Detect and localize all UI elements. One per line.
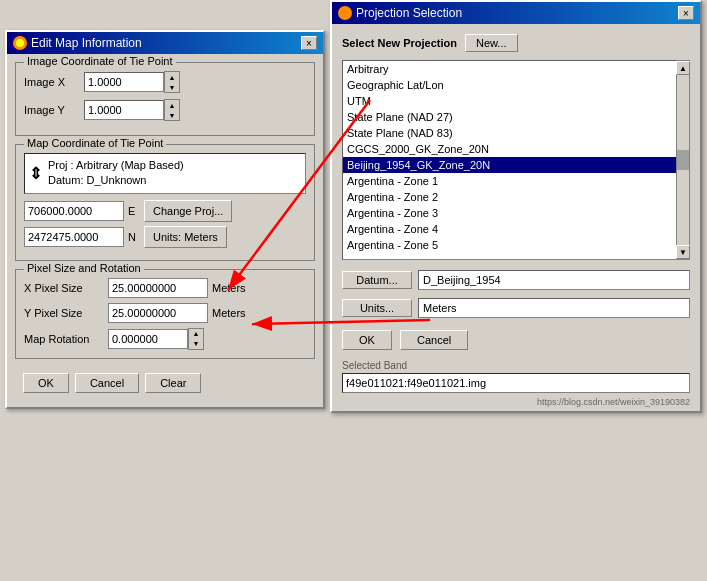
- edit-cancel-button[interactable]: Cancel: [75, 373, 139, 393]
- proj-listbox-scrollbar[interactable]: ▲ ▼: [676, 60, 690, 260]
- rotation-label: Map Rotation: [24, 333, 104, 345]
- proj-item-arg3[interactable]: Argentina - Zone 3: [343, 205, 676, 221]
- pixel-size-label: Pixel Size and Rotation: [24, 262, 144, 274]
- proj-dialog-footer: OK Cancel: [342, 326, 690, 350]
- datum-row: Datum...: [342, 270, 690, 290]
- x-pixel-unit: Meters: [212, 282, 246, 294]
- proj-listbox[interactable]: Arbitrary Geographic Lat/Lon UTM State P…: [342, 60, 676, 260]
- proj-item-arg1[interactable]: Argentina - Zone 1: [343, 173, 676, 189]
- image-x-row: Image X ▲ ▼: [24, 71, 306, 93]
- proj-top-row: Select New Projection New...: [342, 34, 690, 52]
- rotation-spinbtns: ▲ ▼: [188, 328, 204, 350]
- y-pixel-input[interactable]: [108, 303, 208, 323]
- updown-icon[interactable]: ⇕: [29, 164, 42, 183]
- proj-item-cgcs[interactable]: CGCS_2000_GK_Zone_20N: [343, 141, 676, 157]
- map-coord-label: Map Coordinate of Tie Point: [24, 137, 166, 149]
- proj-close-button[interactable]: ×: [678, 6, 694, 20]
- proj-text-1: Proj : Arbitrary (Map Based): [48, 158, 184, 173]
- y-pixel-label: Y Pixel Size: [24, 307, 104, 319]
- image-y-label: Image Y: [24, 104, 84, 116]
- y-pixel-unit: Meters: [212, 307, 246, 319]
- edit-map-dialog: Edit Map Information × Image Coordinate …: [5, 30, 325, 409]
- proj-cancel-button[interactable]: Cancel: [400, 330, 468, 350]
- proj-item-arg4[interactable]: Argentina - Zone 4: [343, 221, 676, 237]
- image-y-up[interactable]: ▲: [165, 100, 179, 110]
- image-y-spinbtns: ▲ ▼: [164, 99, 180, 121]
- file-path-input[interactable]: [342, 373, 690, 393]
- proj-ok-button[interactable]: OK: [342, 330, 392, 350]
- proj-item-utm[interactable]: UTM: [343, 93, 676, 109]
- proj-dialog-body: Select New Projection New... Arbitrary G…: [332, 24, 700, 360]
- edit-title-left: Edit Map Information: [13, 36, 142, 50]
- x-pixel-input[interactable]: [108, 278, 208, 298]
- northing-row: N Units: Meters: [24, 226, 306, 248]
- proj-select-label: Select New Projection: [342, 37, 457, 49]
- units-meters-button[interactable]: Units: Meters: [144, 226, 227, 248]
- proj-title-icon: [338, 6, 352, 20]
- edit-dialog-body: Image Coordinate of Tie Point Image X ▲ …: [7, 54, 323, 407]
- proj-item-beijing[interactable]: Beijing_1954_GK_Zone_20N: [343, 157, 676, 173]
- easting-input[interactable]: [24, 201, 124, 221]
- image-x-spin-group: ▲ ▼: [84, 71, 180, 93]
- rotation-down[interactable]: ▼: [189, 339, 203, 349]
- proj-item-state-plane-nad27[interactable]: State Plane (NAD 27): [343, 109, 676, 125]
- proj-dialog-title: Projection Selection: [356, 6, 462, 20]
- pixel-size-group: Pixel Size and Rotation X Pixel Size Met…: [15, 269, 315, 359]
- map-coord-text: Proj : Arbitrary (Map Based) Datum: D_Un…: [48, 158, 184, 189]
- image-coord-group: Image Coordinate of Tie Point Image X ▲ …: [15, 62, 315, 136]
- units-input[interactable]: [418, 298, 690, 318]
- selected-band-label: Selected Band: [342, 360, 690, 371]
- edit-title-icon: [13, 36, 27, 50]
- proj-selection-dialog: Projection Selection × Select New Projec…: [330, 0, 702, 413]
- map-coord-group: Map Coordinate of Tie Point ⇕ Proj : Arb…: [15, 144, 315, 261]
- datum-button[interactable]: Datum...: [342, 271, 412, 289]
- y-pixel-row: Y Pixel Size Meters: [24, 303, 306, 323]
- easting-label: E: [128, 205, 140, 217]
- northing-input[interactable]: [24, 227, 124, 247]
- proj-item-arg2[interactable]: Argentina - Zone 2: [343, 189, 676, 205]
- x-pixel-row: X Pixel Size Meters: [24, 278, 306, 298]
- url-bar: https://blog.csdn.net/weixin_39190382: [332, 397, 700, 411]
- proj-dialog-titlebar: Projection Selection ×: [332, 2, 700, 24]
- easting-row: E Change Proj...: [24, 200, 306, 222]
- rotation-spin-group: ▲ ▼: [108, 328, 204, 350]
- map-coord-content: ⇕ Proj : Arbitrary (Map Based) Datum: D_…: [24, 153, 306, 194]
- rotation-up[interactable]: ▲: [189, 329, 203, 339]
- proj-new-button[interactable]: New...: [465, 34, 518, 52]
- image-x-label: Image X: [24, 76, 84, 88]
- image-x-up[interactable]: ▲: [165, 72, 179, 82]
- edit-clear-button[interactable]: Clear: [145, 373, 201, 393]
- edit-dialog-footer: OK Cancel Clear: [15, 367, 315, 399]
- image-x-down[interactable]: ▼: [165, 82, 179, 92]
- datum-input[interactable]: [418, 270, 690, 290]
- scroll-down-arrow[interactable]: ▼: [676, 245, 690, 259]
- image-x-input[interactable]: [84, 72, 164, 92]
- x-pixel-label: X Pixel Size: [24, 282, 104, 294]
- proj-text-2: Datum: D_Unknown: [48, 173, 184, 188]
- proj-item-geog[interactable]: Geographic Lat/Lon: [343, 77, 676, 93]
- northing-label: N: [128, 231, 140, 243]
- edit-close-button[interactable]: ×: [301, 36, 317, 50]
- proj-item-state-plane-nad83[interactable]: State Plane (NAD 83): [343, 125, 676, 141]
- image-y-down[interactable]: ▼: [165, 110, 179, 120]
- scroll-thumb[interactable]: [677, 150, 689, 170]
- proj-item-arg5[interactable]: Argentina - Zone 5: [343, 237, 676, 253]
- edit-ok-button[interactable]: OK: [23, 373, 69, 393]
- edit-dialog-title: Edit Map Information: [31, 36, 142, 50]
- scroll-up-arrow[interactable]: ▲: [676, 61, 690, 75]
- image-y-row: Image Y ▲ ▼: [24, 99, 306, 121]
- rotation-row: Map Rotation ▲ ▼: [24, 328, 306, 350]
- proj-title-left: Projection Selection: [338, 6, 462, 20]
- proj-listbox-container: Arbitrary Geographic Lat/Lon UTM State P…: [342, 60, 690, 260]
- image-y-input[interactable]: [84, 100, 164, 120]
- image-coord-label: Image Coordinate of Tie Point: [24, 55, 176, 67]
- file-path-area: Selected Band: [342, 360, 690, 393]
- rotation-input[interactable]: [108, 329, 188, 349]
- units-button[interactable]: Units...: [342, 299, 412, 317]
- proj-item-arbitrary[interactable]: Arbitrary: [343, 61, 676, 77]
- change-proj-button[interactable]: Change Proj...: [144, 200, 232, 222]
- image-x-spinbtns: ▲ ▼: [164, 71, 180, 93]
- image-y-spin-group: ▲ ▼: [84, 99, 180, 121]
- edit-dialog-titlebar: Edit Map Information ×: [7, 32, 323, 54]
- units-row: Units...: [342, 298, 690, 318]
